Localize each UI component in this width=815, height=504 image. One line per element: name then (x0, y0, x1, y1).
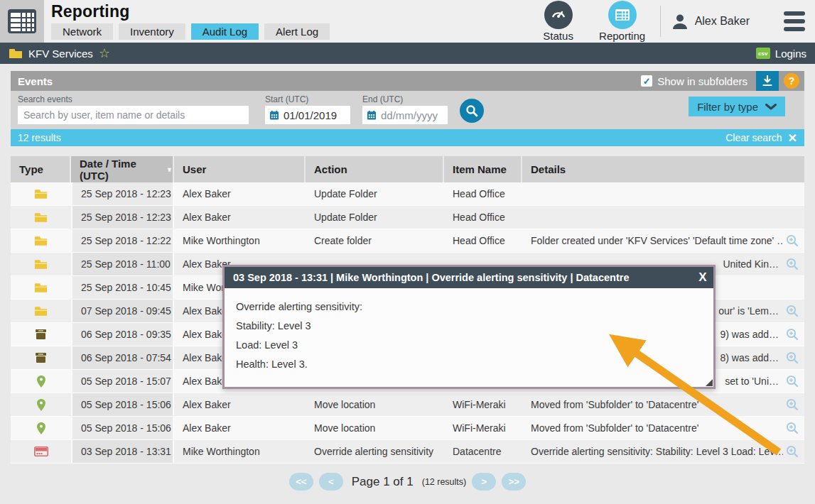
report-table-icon (615, 7, 630, 23)
app-logo (0, 0, 44, 43)
pin-type-icon (11, 393, 71, 417)
first-page-button[interactable]: << (289, 473, 313, 491)
column-header-user[interactable]: User (174, 156, 306, 182)
column-header-datetime-label: Date / Time (UTC) (80, 158, 161, 182)
folder-type-icon (11, 206, 71, 229)
resize-handle[interactable] (706, 379, 713, 386)
row-datetime: 06 Sep 2018 - 09:35 (71, 323, 174, 346)
row-user: Alex Baker (174, 206, 306, 229)
pagination: << < Page 1 of 1 (12 results) > >> (11, 473, 804, 491)
tab-alert-log[interactable]: Alert Log (264, 23, 330, 40)
zoom-details-icon[interactable] (786, 234, 799, 247)
row-action: Update Folder (306, 206, 444, 229)
table-row[interactable]: 25 Sep 2018 - 12:23Alex BakerUpdate Fold… (11, 206, 804, 229)
calendar-icon (367, 110, 377, 121)
column-header-action[interactable]: Action (306, 156, 444, 182)
modal-title: 03 Sep 2018 - 13:31 | Mike Worthington |… (233, 272, 629, 283)
search-icon (465, 104, 478, 117)
search-area: Search events Start (UTC) End (UTC) (11, 91, 804, 129)
end-utc-label: End (UTC) (362, 94, 448, 104)
row-item-name: Head Office (444, 206, 522, 229)
start-date-field[interactable] (265, 106, 350, 124)
table-row[interactable]: 25 Sep 2018 - 12:23Alex BakerUpdate Fold… (11, 182, 804, 206)
modal-line: Load: Level 3 (236, 336, 702, 355)
table-row[interactable]: 05 Sep 2018 - 15:06Alex BakerMove locati… (11, 393, 804, 417)
search-input[interactable] (18, 106, 249, 124)
column-header-type[interactable]: Type (11, 156, 71, 182)
folder-type-icon (11, 182, 71, 206)
help-button[interactable]: ? (784, 73, 799, 89)
box-type-icon (11, 346, 71, 370)
row-datetime: 05 Sep 2018 - 15:07 (71, 370, 174, 393)
hamburger-menu-icon[interactable] (784, 11, 805, 31)
row-action: Override alerting sensitivity (306, 440, 444, 464)
search-go-button[interactable] (460, 99, 484, 123)
modal-close-button[interactable]: X (692, 267, 713, 288)
results-count: 12 results (18, 132, 61, 143)
end-date-input[interactable] (381, 109, 443, 121)
box-type-icon (11, 323, 71, 346)
end-date-field[interactable] (362, 106, 448, 124)
folder-type-icon (11, 300, 71, 323)
logins-button[interactable]: csv Logins (756, 48, 806, 60)
row-datetime: 25 Sep 2018 - 11:00 (71, 253, 174, 276)
nav-reporting[interactable]: Reporting (590, 1, 654, 42)
tab-bar: Network Inventory Audit Log Alert Log (51, 23, 330, 40)
next-page-button[interactable]: > (472, 473, 496, 491)
zoom-details-icon[interactable] (786, 422, 799, 434)
breadcrumb[interactable]: KFV Services (28, 48, 93, 60)
clear-search-label: Clear search (725, 132, 782, 143)
start-date-input[interactable] (284, 109, 346, 121)
prev-page-button[interactable]: < (319, 473, 343, 491)
column-header-details[interactable]: Details (522, 156, 804, 182)
page-results-label: (12 results) (422, 477, 467, 487)
csv-icon: csv (756, 48, 770, 59)
close-icon: ✕ (788, 131, 797, 145)
tab-inventory[interactable]: Inventory (119, 23, 185, 40)
search-events-label: Search events (18, 94, 249, 104)
zoom-details-icon[interactable] (786, 375, 799, 388)
row-user: Mike Worthington (174, 229, 306, 253)
table-row[interactable]: 05 Sep 2018 - 15:06Alex BakerMove locati… (11, 417, 804, 440)
tab-network[interactable]: Network (51, 23, 113, 40)
user-menu[interactable]: Alex Baker (671, 12, 750, 31)
events-panel-header: Events ✓ Show in subfolders ? (11, 71, 804, 91)
modal-line: Override alerting sensitivity: (236, 297, 702, 317)
column-header-item-name[interactable]: Item Name (444, 156, 522, 182)
table-row[interactable]: 25 Sep 2018 - 12:22Mike WorthingtonCreat… (11, 229, 804, 253)
breadcrumb-bar: KFV Services ☆ csv Logins (0, 43, 815, 64)
row-action: Update Folder (306, 182, 444, 206)
show-in-subfolders-checkbox[interactable]: ✓ (641, 75, 652, 87)
nav-status[interactable]: Status (527, 1, 590, 42)
download-button[interactable] (756, 71, 779, 91)
row-action: Create folder (306, 229, 444, 253)
row-details: Override alerting sensitivity: Stability… (522, 440, 804, 464)
row-datetime: 06 Sep 2018 - 07:54 (71, 346, 174, 370)
modal-body: Override alerting sensitivity: Stability… (225, 288, 713, 383)
row-datetime: 05 Sep 2018 - 15:06 (71, 417, 174, 440)
logins-label: Logins (775, 48, 806, 60)
zoom-details-icon[interactable] (786, 258, 799, 270)
row-datetime: 05 Sep 2018 - 15:06 (71, 393, 174, 417)
column-header-datetime[interactable]: Date / Time (UTC) ▲▼ (71, 156, 174, 182)
row-details-text: Folder created under 'KFV Services' 'Def… (531, 235, 783, 246)
filter-by-type-dropdown[interactable]: Filter by type (689, 97, 785, 116)
zoom-details-icon[interactable] (786, 305, 799, 317)
table-row[interactable]: 03 Sep 2018 - 13:31Mike WorthingtonOverr… (11, 440, 804, 464)
clear-search-button[interactable]: Clear search ✕ (725, 131, 797, 145)
tab-audit-log[interactable]: Audit Log (191, 23, 259, 40)
table-logo-icon (7, 6, 37, 36)
row-item-name: Head Office (444, 229, 522, 253)
last-page-button[interactable]: >> (502, 473, 526, 491)
events-title: Events (18, 75, 53, 87)
top-header: Reporting Network Inventory Audit Log Al… (0, 0, 815, 43)
row-user: Mike Worthington (174, 440, 306, 464)
device-type-icon (11, 440, 71, 464)
modal-header[interactable]: 03 Sep 2018 - 13:31 | Mike Worthington |… (225, 267, 713, 288)
pin-type-icon (11, 370, 71, 393)
zoom-details-icon[interactable] (786, 351, 799, 364)
favourite-star-icon[interactable]: ☆ (99, 47, 110, 60)
zoom-details-icon[interactable] (786, 445, 799, 458)
zoom-details-icon[interactable] (786, 328, 799, 341)
zoom-details-icon[interactable] (786, 398, 799, 411)
